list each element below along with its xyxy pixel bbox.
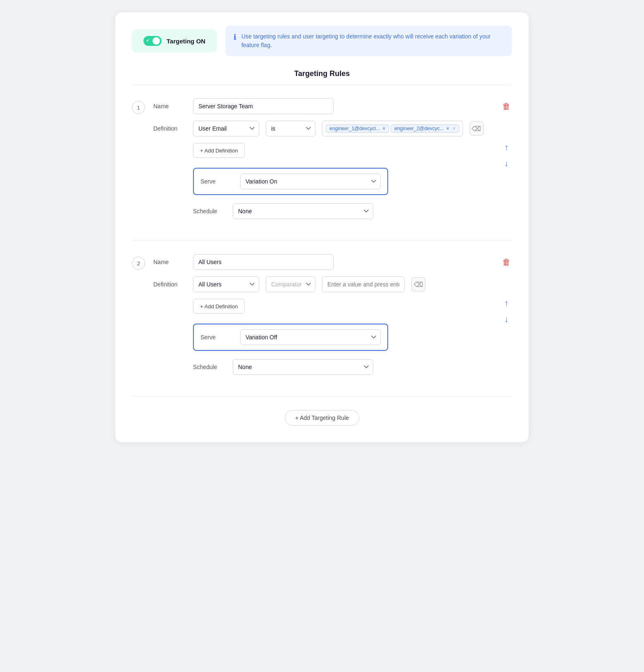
rule-1-main: 1 Name Definition User Email User ID bbox=[132, 98, 494, 227]
main-card: ✓ Targeting ON ℹ Use targeting rules and… bbox=[115, 12, 529, 442]
rule-1-tag-2-x-gray[interactable]: × bbox=[453, 126, 456, 131]
rule-1-serve-wrapper: Serve Variation On Variation Off bbox=[153, 164, 494, 200]
rule-2-up-btn[interactable]: ↑ bbox=[503, 297, 510, 310]
rule-1-name-input[interactable] bbox=[193, 98, 334, 114]
targeting-toggle[interactable]: ✓ bbox=[143, 36, 162, 46]
rule-2-main: 2 Name Definition All Users User E bbox=[132, 254, 494, 383]
rule-1-schedule-row: Schedule None Start Date Start and End D… bbox=[153, 203, 494, 219]
rule-1-down-btn[interactable]: ↓ bbox=[503, 157, 510, 170]
rule-1-side-actions: 🗑 ↑ ↓ bbox=[494, 98, 512, 170]
rule-2-outer: 2 Name Definition All Users User E bbox=[132, 254, 512, 383]
rule-2-add-definition-btn[interactable]: + Add Definition bbox=[193, 299, 245, 314]
rule-2-name-row: Name bbox=[153, 254, 494, 270]
targeting-on-label: Targeting ON bbox=[167, 38, 205, 45]
rule-2-serve-box: Serve Variation On Variation Off bbox=[193, 324, 388, 351]
rule-1-tag-1-remove[interactable]: × bbox=[382, 126, 385, 131]
rule-1-outer: 1 Name Definition User Email User ID bbox=[132, 98, 512, 227]
rule-1-content: Name Definition User Email User ID Count… bbox=[153, 98, 494, 219]
toggle-check-icon: ✓ bbox=[146, 38, 150, 43]
rule-1-add-definition-btn[interactable]: + Add Definition bbox=[193, 143, 245, 158]
rule-2-serve-label: Serve bbox=[200, 334, 234, 341]
targeting-toggle-box: ✓ Targeting ON bbox=[132, 29, 217, 52]
rule-2-schedule-label: Schedule bbox=[193, 364, 226, 370]
rule-2-value-input[interactable] bbox=[322, 276, 405, 292]
rule-1-block: 1 Name Definition User Email User ID bbox=[132, 98, 512, 227]
rule-1-tags-container[interactable]: engineer_1@devcycl... × engineer_2@devcy… bbox=[322, 121, 463, 136]
info-icon: ℹ bbox=[234, 33, 236, 42]
rule-2-number: 2 bbox=[132, 257, 145, 270]
add-rule-row: + Add Targeting Rule bbox=[132, 396, 512, 426]
rule-2-serve-select[interactable]: Variation On Variation Off bbox=[240, 329, 381, 345]
rule-1-add-definition-wrapper: + Add Definition bbox=[153, 143, 494, 158]
section-title: Targeting Rules bbox=[132, 69, 512, 85]
rule-1-schedule-label: Schedule bbox=[193, 208, 226, 214]
rule-2-header: 2 Name Definition All Users User E bbox=[132, 254, 494, 375]
info-text: Use targeting rules and user targeting t… bbox=[241, 32, 504, 50]
info-box: ℹ Use targeting rules and user targeting… bbox=[225, 26, 512, 56]
rule-1-tag-2-remove[interactable]: × bbox=[446, 126, 449, 131]
rule-1-delete-btn[interactable]: 🗑 bbox=[501, 100, 512, 113]
rule-1-filter-select[interactable]: User Email User ID Country App Version bbox=[193, 121, 259, 136]
rule-2-side-actions: 🗑 ↑ ↓ bbox=[494, 254, 512, 326]
rule-2-content: Name Definition All Users User Email Use… bbox=[153, 254, 494, 375]
rule-1-backspace-btn[interactable]: ⌫ bbox=[470, 122, 484, 136]
rule-1-number: 1 bbox=[132, 101, 145, 114]
rule-1-comparator-select[interactable]: is is not contains does not contain bbox=[266, 121, 315, 136]
rule-2-definition-row: Definition All Users User Email User ID … bbox=[153, 276, 494, 292]
rule-2-backspace-btn[interactable]: ⌫ bbox=[411, 277, 425, 291]
rule-1-up-btn[interactable]: ↑ bbox=[503, 141, 510, 154]
rule-2-add-definition-wrapper: + Add Definition bbox=[153, 299, 494, 314]
rule-1-header: 1 Name Definition User Email User ID bbox=[132, 98, 494, 219]
top-banner: ✓ Targeting ON ℹ Use targeting rules and… bbox=[132, 26, 512, 56]
add-targeting-rule-btn[interactable]: + Add Targeting Rule bbox=[285, 410, 359, 426]
rule-2-down-btn[interactable]: ↓ bbox=[503, 313, 510, 326]
rule-1-schedule-select[interactable]: None Start Date Start and End Date bbox=[233, 203, 373, 219]
rule-1-tag-1: engineer_1@devcycl... × bbox=[326, 124, 389, 133]
rule-2-serve-wrapper: Serve Variation On Variation Off bbox=[153, 320, 494, 356]
rule-2-name-input[interactable] bbox=[193, 254, 334, 270]
rule-1-name-row: Name bbox=[153, 98, 494, 114]
rule-1-definition-row: Definition User Email User ID Country Ap… bbox=[153, 121, 494, 136]
rule-1-serve-box: Serve Variation On Variation Off bbox=[193, 168, 388, 195]
rule-1-name-label: Name bbox=[153, 103, 186, 110]
rule-1-definition-label: Definition bbox=[153, 125, 186, 132]
rule-1-serve-select[interactable]: Variation On Variation Off bbox=[240, 174, 381, 189]
rule-2-schedule-row: Schedule None Start Date Start and End D… bbox=[153, 359, 494, 375]
rule-2-delete-btn[interactable]: 🗑 bbox=[501, 256, 512, 269]
rule-2-name-label: Name bbox=[153, 259, 186, 265]
rule-2-schedule-select[interactable]: None Start Date Start and End Date bbox=[233, 359, 373, 375]
rule-2-definition-label: Definition bbox=[153, 281, 186, 288]
rule-2-comparator-select[interactable]: Comparator is is not contains bbox=[266, 276, 315, 292]
rule-1-tag-2: engineer_2@devcyc... × × bbox=[391, 124, 459, 133]
rule-2-filter-select[interactable]: All Users User Email User ID Country bbox=[193, 276, 259, 292]
rule-2-block: 2 Name Definition All Users User E bbox=[132, 241, 512, 383]
rule-1-serve-label: Serve bbox=[200, 178, 234, 185]
